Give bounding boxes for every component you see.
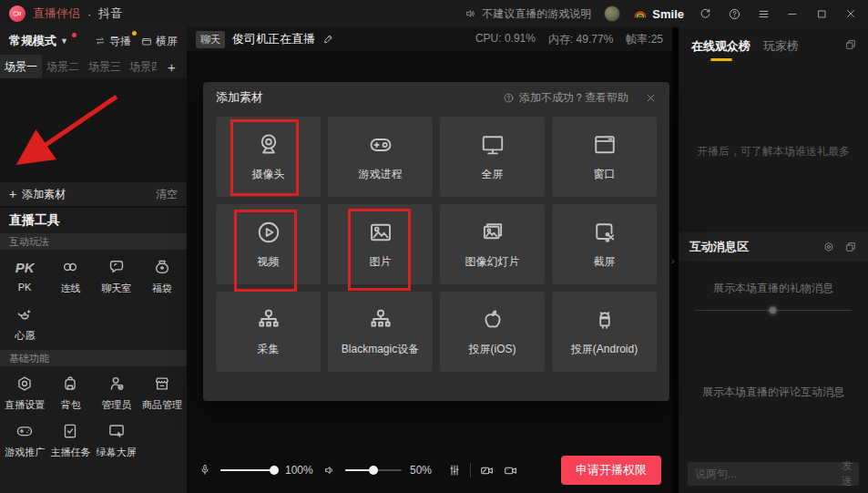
- microphone-icon[interactable]: [198, 463, 212, 478]
- mic-volume-slider[interactable]: [220, 469, 277, 471]
- tab-players[interactable]: 玩家榜: [763, 38, 799, 55]
- titlebar: 直播伴侣 · 抖音 不建议直播的游戏说明 Smile: [0, 0, 868, 27]
- pk-icon: PK: [15, 257, 35, 277]
- wish-lamp-icon: [15, 304, 35, 324]
- backpack-icon: [60, 374, 80, 394]
- minimize-button[interactable]: [784, 5, 801, 22]
- game-notice-label: 不建议直播的游戏说明: [482, 6, 591, 22]
- material-tile-grid: 摄像头 游戏进程 全屏 窗口: [216, 117, 657, 372]
- apply-broadcast-permission-button[interactable]: 申请开播权限: [561, 456, 661, 485]
- material-tile-screenshot[interactable]: 截屏: [552, 204, 657, 284]
- material-tile-blackmagic[interactable]: Blackmagic设备: [328, 292, 433, 372]
- scene-tab-4[interactable]: 场景四: [126, 55, 157, 78]
- maximize-button[interactable]: [813, 5, 830, 22]
- camera-off-icon[interactable]: [479, 463, 495, 478]
- material-tile-camera[interactable]: 摄像头: [216, 117, 321, 197]
- tool-pk[interactable]: PK PK: [2, 257, 47, 295]
- task-checklist-icon: [60, 421, 80, 441]
- add-material-label: 添加素材: [22, 187, 66, 202]
- blackmagic-device-icon: [367, 306, 394, 334]
- tool-live-settings[interactable]: 直播设置: [2, 374, 47, 412]
- material-tile-fullscreen[interactable]: 全屏: [440, 117, 545, 197]
- tool-green-screen[interactable]: 绿幕大屏: [94, 421, 139, 459]
- admin-person-icon: [107, 374, 127, 394]
- material-tile-slideshow[interactable]: 图像幻灯片: [440, 204, 545, 284]
- modal-header: 添加素材 添加不成功？查看帮助: [203, 82, 669, 113]
- close-button[interactable]: [842, 5, 859, 22]
- tool-lucky-bag[interactable]: 福袋: [139, 257, 185, 295]
- scene-preview[interactable]: [0, 78, 187, 182]
- chat-badge: 聊天: [196, 31, 225, 48]
- tool-game-promo[interactable]: 游戏推广: [2, 421, 47, 459]
- audio-mixer-icon[interactable]: [447, 463, 462, 478]
- help-icon[interactable]: [726, 5, 742, 22]
- scene-tab-2[interactable]: 场景二: [42, 55, 84, 78]
- live-companion-app: 直播伴侣 · 抖音 不建议直播的游戏说明 Smile: [0, 0, 868, 493]
- avatar[interactable]: [604, 5, 620, 22]
- speaker-slider-knob[interactable]: [369, 466, 378, 475]
- collapse-panel-handle[interactable]: ›: [671, 255, 675, 266]
- tab-online-audience[interactable]: 在线观众榜: [691, 38, 751, 61]
- tool-anchor-task[interactable]: 主播任务: [47, 421, 93, 459]
- scene-tabs: 场景一 场景二 场景三 场景四 +: [0, 55, 187, 78]
- popout-icon[interactable]: [844, 38, 857, 51]
- main-header: 聊天 俊司机正在直播 CPU: 0.91% 内存: 49.77% 帧率:25: [187, 27, 672, 51]
- username[interactable]: Smile: [633, 7, 684, 21]
- scene-tab-1[interactable]: 场景一: [0, 55, 42, 78]
- send-button[interactable]: 发送: [842, 458, 853, 489]
- message-section-header: 互动消息区: [679, 232, 868, 262]
- game-notice-link[interactable]: 不建议直播的游戏说明: [465, 6, 591, 22]
- add-material-button[interactable]: + 添加素材: [9, 187, 66, 202]
- speaker-volume-value: 50%: [410, 464, 439, 477]
- menu-icon[interactable]: [755, 5, 771, 22]
- speaker-volume-slider[interactable]: [345, 469, 402, 471]
- titlebar-right: 不建议直播的游戏说明 Smile: [465, 5, 859, 22]
- landscape-button[interactable]: 横屏: [140, 34, 178, 49]
- tool-chatroom[interactable]: 聊天室: [94, 257, 139, 295]
- material-tile-image[interactable]: 图片: [328, 204, 433, 284]
- material-tile-ios-cast[interactable]: 投屏(iOS): [440, 292, 545, 372]
- help-link[interactable]: 添加不成功？查看帮助: [503, 90, 628, 106]
- camera-icon[interactable]: [503, 463, 518, 478]
- settings-gear-icon[interactable]: [822, 241, 835, 253]
- modal-title: 添加素材: [216, 89, 263, 106]
- main-area: 聊天 俊司机正在直播 CPU: 0.91% 内存: 49.77% 帧率:25 添…: [187, 27, 672, 493]
- tool-wish[interactable]: 心愿: [2, 304, 47, 343]
- stream-title: 俊司机正在直播: [232, 31, 315, 47]
- scene-tab-3[interactable]: 场景三: [84, 55, 126, 78]
- popout-icon[interactable]: [844, 241, 857, 253]
- app-title-separator: ·: [87, 7, 91, 21]
- material-tile-game-process[interactable]: 游戏进程: [328, 117, 433, 197]
- material-tile-window[interactable]: 窗口: [552, 117, 657, 197]
- divider-knob[interactable]: [770, 307, 776, 313]
- add-scene-button[interactable]: +: [157, 55, 187, 78]
- fullscreen-monitor-icon: [479, 131, 506, 159]
- fps-stat: 帧率:25: [626, 32, 663, 47]
- tool-backpack[interactable]: 背包: [47, 374, 93, 412]
- mode-red-dot: [72, 33, 77, 37]
- tool-link[interactable]: 连线: [47, 257, 93, 295]
- right-panel: 在线观众榜 玩家榜 开播后，可了解本场谁送礼最多 互动消息区 展: [679, 27, 868, 493]
- refresh-icon[interactable]: [697, 5, 713, 22]
- mode-actions: 导播 横屏: [94, 34, 178, 49]
- material-tile-android-cast[interactable]: 投屏(Android): [552, 292, 657, 372]
- help-link-label: 添加不成功？查看帮助: [519, 90, 628, 106]
- username-label: Smile: [652, 7, 684, 21]
- capture-tree-icon: [255, 306, 282, 334]
- message-section-actions: [822, 241, 857, 253]
- tool-admin[interactable]: 管理员: [94, 374, 139, 412]
- clear-button[interactable]: 清空: [156, 187, 178, 202]
- director-button[interactable]: 导播: [94, 34, 131, 49]
- performance-stats: CPU: 0.91% 内存: 49.77% 帧率:25: [475, 32, 663, 47]
- edit-pencil-icon[interactable]: [322, 33, 335, 46]
- modal-close-icon[interactable]: [645, 92, 657, 104]
- message-split-divider[interactable]: [695, 310, 852, 311]
- mic-slider-knob[interactable]: [270, 466, 279, 475]
- mode-selector[interactable]: 常规模式: [9, 33, 56, 49]
- chat-input[interactable]: [695, 467, 836, 480]
- basic-tools-grid: 直播设置 背包 管理员 商品管理 游戏推广: [0, 366, 187, 461]
- material-tile-capture[interactable]: 采集: [216, 292, 321, 372]
- material-tile-video[interactable]: 视频: [216, 204, 321, 284]
- speaker-icon[interactable]: [322, 463, 337, 478]
- tool-goods[interactable]: 商品管理: [139, 374, 185, 412]
